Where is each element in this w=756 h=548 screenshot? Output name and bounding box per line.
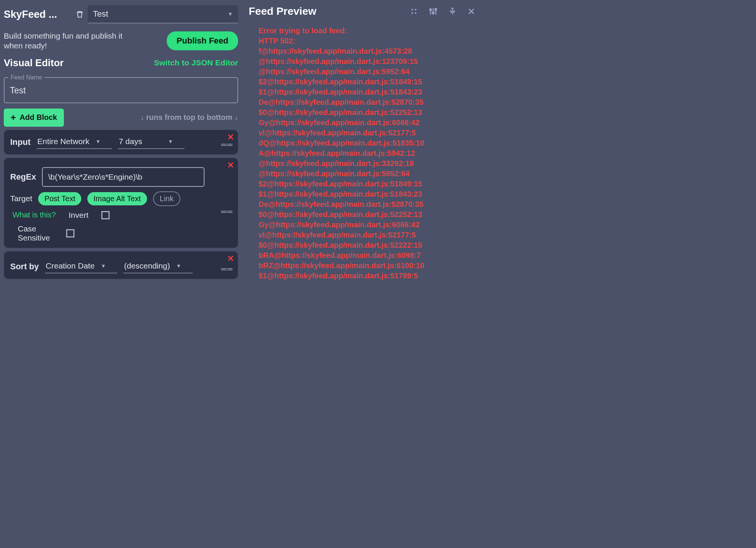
error-line: @https://skyfeed.app/main.dart.js:5952:6…: [259, 67, 475, 77]
error-line: vl@https://skyfeed.app/main.dart.js:5217…: [259, 230, 475, 240]
error-line: De@https://skyfeed.app/main.dart.js:5287…: [259, 199, 475, 210]
error-line: @https://skyfeed.app/main.dart.js:123709…: [259, 56, 475, 67]
editor-toolbar: + Add Block ↓ runs from top to bottom ↓: [4, 109, 238, 127]
error-line: HTTP 502:: [259, 36, 475, 46]
target-link-chip[interactable]: Link: [153, 191, 181, 206]
case-sensitive-checkbox[interactable]: [66, 229, 74, 238]
error-line: De@https://skyfeed.app/main.dart.js:5287…: [259, 97, 475, 107]
error-line: Error trying to load feed:: [259, 26, 475, 36]
error-line: dQ@https://skyfeed.app/main.dart.js:5183…: [259, 138, 475, 148]
input-source-value: Entire Network: [37, 137, 90, 146]
close-icon[interactable]: ✕: [227, 160, 234, 170]
error-line: Gy@https://skyfeed.app/main.dart.js:6066…: [259, 220, 475, 230]
preview-header: Feed Preview: [242, 0, 484, 23]
app-title: SkyFeed ...: [4, 9, 72, 20]
close-icon[interactable]: [467, 7, 476, 16]
regex-label: RegEx: [10, 172, 36, 182]
sort-field-select[interactable]: Creation Date ▼: [45, 260, 117, 273]
sliders-icon[interactable]: [429, 7, 438, 16]
sort-label: Sort by: [10, 262, 39, 272]
sort-direction-value: (descending): [124, 261, 170, 270]
error-line: $1@https://skyfeed.app/main.dart.js:5184…: [259, 87, 475, 97]
editor-title-row: Visual Editor Switch to JSON Editor: [4, 57, 238, 69]
error-line: Gy@https://skyfeed.app/main.dart.js:6066…: [259, 118, 475, 128]
feed-name-field[interactable]: Feed Name Test: [4, 74, 238, 103]
feed-tab-select[interactable]: Test ▼: [88, 5, 238, 23]
error-line: $2@https://skyfeed.app/main.dart.js:5184…: [259, 77, 475, 87]
invert-label: Invert: [68, 211, 88, 220]
error-line: $1@https://skyfeed.app/main.dart.js:5178…: [259, 271, 475, 281]
feed-name-label: Feed Name: [8, 74, 45, 81]
svg-point-5: [432, 12, 434, 14]
visual-editor-title: Visual Editor: [4, 57, 64, 69]
plus-icon: +: [11, 112, 16, 123]
error-line: f@https://skyfeed.app/main.dart.js:4573:…: [259, 46, 475, 56]
target-post-text-chip[interactable]: Post Text: [38, 192, 81, 205]
close-icon[interactable]: ✕: [227, 254, 234, 264]
svg-point-6: [435, 9, 437, 11]
chevron-down-icon: ▼: [95, 138, 101, 144]
error-line: @https://skyfeed.app/main.dart.js:33292:…: [259, 158, 475, 169]
svg-point-4: [430, 9, 432, 11]
preview-title: Feed Preview: [249, 5, 316, 17]
svg-point-2: [411, 12, 413, 14]
trash-icon[interactable]: [76, 9, 84, 19]
add-block-button[interactable]: + Add Block: [4, 109, 64, 127]
invert-checkbox[interactable]: [101, 211, 110, 219]
pin-icon[interactable]: [448, 7, 457, 16]
sort-direction-select[interactable]: (descending) ▼: [123, 260, 192, 273]
block-input: ✕ Input Entire Network ▼ 7 days ▼ ══: [4, 130, 238, 155]
error-line: vl@https://skyfeed.app/main.dart.js:5217…: [259, 128, 475, 138]
subhead-row: Build something fun and publish it when …: [4, 31, 238, 51]
error-line: $0@https://skyfeed.app/main.dart.js:5225…: [259, 210, 475, 220]
preview-panel: Feed Preview Error trying to load feed:H…: [242, 0, 484, 351]
target-alt-text-chip[interactable]: Image Alt Text: [87, 192, 147, 205]
error-line: $0@https://skyfeed.app/main.dart.js:5225…: [259, 107, 475, 118]
target-label: Target: [10, 194, 32, 203]
input-duration-value: 7 days: [119, 137, 142, 146]
header-row: SkyFeed ... Test ▼: [4, 4, 238, 25]
error-line: $0@https://skyfeed.app/main.dart.js:5222…: [259, 240, 475, 250]
preview-toolbar: [410, 7, 476, 16]
feed-name-value: Test: [10, 85, 232, 96]
error-line: A@https://skyfeed.app/main.dart.js:5942:…: [259, 148, 475, 158]
block-sort: ✕ Sort by Creation Date ▼ (descending) ▼…: [4, 251, 238, 279]
chevron-down-icon: ▼: [176, 263, 181, 269]
regex-input[interactable]: [42, 167, 204, 187]
subhead-text: Build something fun and publish it when …: [4, 31, 140, 51]
feed-tab-value: Test: [93, 9, 108, 19]
svg-point-0: [411, 9, 413, 11]
error-line: @https://skyfeed.app/main.dart.js:5952:6…: [259, 169, 475, 179]
error-line: bRZ@https://skyfeed.app/main.dart.js:610…: [259, 261, 475, 271]
error-line: $1@https://skyfeed.app/main.dart.js:5184…: [259, 189, 475, 199]
drag-handle-icon[interactable]: ══: [221, 265, 233, 273]
editor-panel: SkyFeed ... Test ▼ Build something fun a…: [0, 0, 242, 351]
preview-error: Error trying to load feed:HTTP 502:f@htt…: [242, 23, 484, 289]
drag-handle-icon[interactable]: ══: [221, 140, 233, 149]
runs-hint: ↓ runs from top to bottom ↓: [140, 113, 238, 122]
chevron-down-icon: ▼: [228, 11, 233, 17]
what-is-this-link[interactable]: What is this?: [12, 211, 56, 219]
chevron-down-icon: ▼: [168, 138, 173, 144]
switch-editor-link[interactable]: Switch to JSON Editor: [154, 58, 238, 67]
case-sensitive-label: Case Sensitive: [18, 224, 56, 242]
add-block-label: Add Block: [20, 113, 57, 122]
drag-handle-icon[interactable]: ══: [221, 207, 233, 216]
svg-point-3: [415, 12, 417, 14]
chevron-down-icon: ▼: [101, 263, 106, 269]
error-line: $2@https://skyfeed.app/main.dart.js:5184…: [259, 179, 475, 189]
input-source-select[interactable]: Entire Network ▼: [37, 135, 112, 149]
publish-feed-button[interactable]: Publish Feed: [167, 31, 238, 50]
sort-field-value: Creation Date: [46, 261, 95, 270]
grid-icon[interactable]: [410, 7, 418, 16]
svg-point-1: [415, 9, 417, 11]
input-label: Input: [10, 137, 31, 147]
error-line: bRA@https://skyfeed.app/main.dart.js:609…: [259, 250, 475, 261]
block-regex: ✕ RegEx Target Post Text Image Alt Text …: [4, 158, 238, 248]
input-duration-select[interactable]: 7 days ▼: [118, 135, 184, 149]
